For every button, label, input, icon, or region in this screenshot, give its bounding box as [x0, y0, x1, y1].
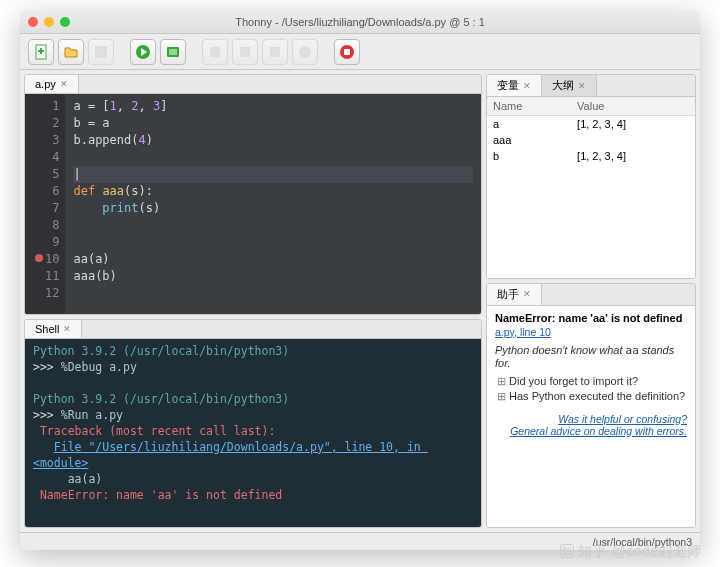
- step-out-button: [262, 39, 288, 65]
- error-explanation: Python doesn't know what aa stands for.: [495, 344, 687, 369]
- shell-panel: Shell✕ Python 3.9.2 (/usr/local/bin/pyth…: [24, 319, 482, 528]
- svg-rect-9: [344, 49, 350, 55]
- svg-rect-5: [240, 47, 250, 57]
- content-area: a.py✕ 123456789101112 a = [1, 2, 3]b = a…: [20, 70, 700, 532]
- vars-tab-0[interactable]: 变量✕: [487, 75, 542, 96]
- close-tab-icon[interactable]: ✕: [523, 81, 531, 91]
- stop-button[interactable]: [334, 39, 360, 65]
- save-button: [88, 39, 114, 65]
- new-file-button[interactable]: [28, 39, 54, 65]
- step-over-button: [202, 39, 228, 65]
- svg-rect-4: [210, 47, 220, 57]
- window-controls: [28, 17, 70, 27]
- error-location-link[interactable]: a.py, line 10: [495, 326, 687, 338]
- maximize-icon[interactable]: [60, 17, 70, 27]
- variables-table[interactable]: NameValue a[1, 2, 3, 4]aaab[1, 2, 3, 4]: [487, 97, 695, 278]
- editor-tab[interactable]: a.py✕: [25, 75, 79, 93]
- close-tab-icon[interactable]: ✕: [578, 81, 586, 91]
- svg-point-7: [299, 46, 311, 58]
- open-file-button[interactable]: [58, 39, 84, 65]
- status-bar: /usr/local/bin/python3: [20, 532, 700, 550]
- editor-panel: a.py✕ 123456789101112 a = [1, 2, 3]b = a…: [24, 74, 482, 315]
- assistant-hint[interactable]: Has Python executed the definition?: [497, 390, 687, 403]
- svg-rect-6: [270, 47, 280, 57]
- close-icon[interactable]: [28, 17, 38, 27]
- shell-output[interactable]: Python 3.9.2 (/usr/local/bin/python3) >>…: [25, 339, 481, 527]
- error-title: NameError: name 'aa' is not defined: [495, 312, 687, 324]
- vars-tab-1[interactable]: 大纲✕: [542, 75, 597, 96]
- advice-link[interactable]: General advice on dealing with errors.: [495, 425, 687, 437]
- assistant-tab-label: 助手: [497, 287, 519, 302]
- code-editor[interactable]: 123456789101112 a = [1, 2, 3]b = ab.appe…: [25, 94, 481, 314]
- interpreter-path[interactable]: /usr/local/bin/python3: [593, 536, 692, 548]
- variable-row[interactable]: a[1, 2, 3, 4]: [487, 116, 695, 133]
- variable-row[interactable]: aaa: [487, 132, 695, 148]
- assistant-tab[interactable]: 助手✕: [487, 284, 542, 305]
- editor-tab-label: a.py: [35, 78, 56, 90]
- resume-button: [292, 39, 318, 65]
- window-title: Thonny - /Users/liuzhiliang/Downloads/a.…: [20, 16, 700, 28]
- shell-tab[interactable]: Shell✕: [25, 320, 82, 338]
- titlebar: Thonny - /Users/liuzhiliang/Downloads/a.…: [20, 10, 700, 34]
- close-tab-icon[interactable]: ✕: [60, 79, 68, 89]
- close-tab-icon[interactable]: ✕: [523, 289, 531, 299]
- feedback-link[interactable]: Was it helpful or confusing?: [495, 413, 687, 425]
- minimize-icon[interactable]: [44, 17, 54, 27]
- run-button[interactable]: [130, 39, 156, 65]
- step-into-button: [232, 39, 258, 65]
- app-window: Thonny - /Users/liuzhiliang/Downloads/a.…: [20, 10, 700, 550]
- variable-row[interactable]: b[1, 2, 3, 4]: [487, 148, 695, 164]
- close-tab-icon[interactable]: ✕: [63, 324, 71, 334]
- assistant-content: NameError: name 'aa' is not defined a.py…: [487, 306, 695, 527]
- debug-button[interactable]: [160, 39, 186, 65]
- shell-tab-label: Shell: [35, 323, 59, 335]
- assistant-hint[interactable]: Did you forget to import it?: [497, 375, 687, 388]
- assistant-panel: 助手✕ NameError: name 'aa' is not defined …: [486, 283, 696, 528]
- toolbar: [20, 34, 700, 70]
- svg-rect-1: [95, 46, 107, 58]
- variables-panel: 变量✕大纲✕ NameValue a[1, 2, 3, 4]aaab[1, 2,…: [486, 74, 696, 279]
